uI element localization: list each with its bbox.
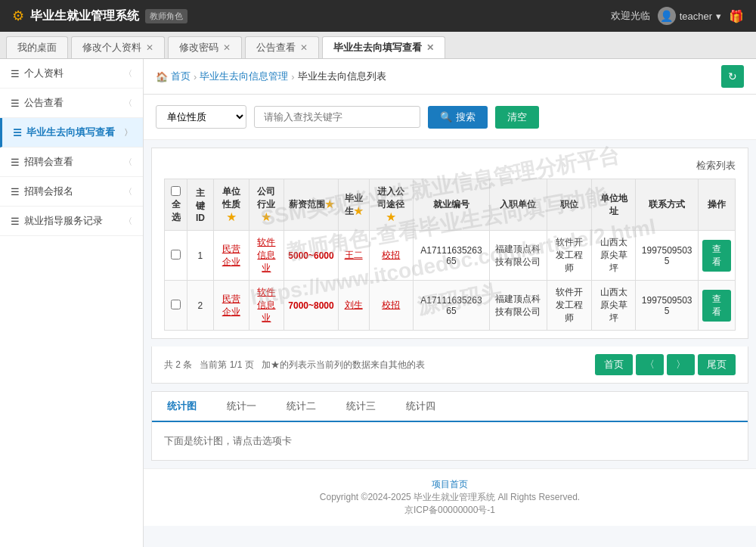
stats-tab-one[interactable]: 统计一 (212, 392, 271, 421)
col-header-salary: 薪资范围★ (284, 179, 338, 231)
user-info[interactable]: 👤 teacher ▾ (658, 7, 721, 25)
col-header-contact: 联系方式 (636, 179, 699, 231)
col-header-graduate: 毕业生★ (338, 179, 369, 231)
action-label: 检索列表 (696, 160, 736, 171)
col-header-channel: 进入公司途径★ (369, 179, 414, 231)
close-icon[interactable]: ✕ (223, 42, 231, 53)
sidebar-item-personal-info[interactable]: ☰ 个人资料 〈 (0, 59, 143, 89)
pagination-info: 共 2 条 当前第 1/1 页 加★的列表示当前列的数据来自其他的表 (164, 359, 425, 371)
row-industry: 软件信息业 (249, 231, 284, 281)
row-action: 查看 (699, 231, 736, 281)
tab-desktop-label: 我的桌面 (17, 41, 57, 54)
breadcrumb-home-link[interactable]: 首页 (171, 70, 191, 83)
close-icon[interactable]: ✕ (146, 42, 153, 53)
sidebar-item-job-fair-signup[interactable]: ☰ 招聘会报名 〈 (0, 177, 143, 207)
col-header-address: 单位地址 (591, 179, 636, 231)
search-button[interactable]: 🔍 搜索 (428, 106, 488, 129)
tabs-bar: 我的桌面 修改个人资料 ✕ 修改密码 ✕ 公告查看 ✕ 毕业生去向填写查看 ✕ (0, 32, 756, 59)
stats-tab-four[interactable]: 统计四 (391, 392, 451, 421)
col-header-industry: 公司行业★ (249, 179, 284, 231)
menu-icon: ☰ (11, 157, 20, 168)
row-checkbox[interactable] (171, 300, 181, 309)
tab-change-password[interactable]: 修改密码 ✕ (168, 36, 242, 58)
stats-tab-chart[interactable]: 统计图 (152, 392, 212, 422)
row-channel: 校招 (369, 231, 414, 281)
select-all-checkbox[interactable] (171, 186, 181, 196)
sidebar-label: 就业指导服务记录 (24, 214, 103, 228)
chevron-left-icon: 〈 (124, 186, 132, 197)
header-right: 欢迎光临 👤 teacher ▾ 🎁 (611, 7, 744, 25)
view-button[interactable]: 查看 (702, 240, 731, 272)
sidebar-item-left: ☰ 毕业生去向填写查看 (13, 126, 115, 139)
view-button[interactable]: 查看 (702, 290, 731, 322)
chevron-left-icon: 〈 (124, 157, 132, 168)
header: ⚙ 毕业生就业管理系统 教师角色 欢迎光临 👤 teacher ▾ 🎁 (0, 0, 756, 32)
prev-page-button[interactable]: 〈 (636, 354, 664, 375)
chevron-left-icon: 〈 (124, 216, 132, 227)
sidebar-item-graduation-fill[interactable]: ☰ 毕业生去向填写查看 〉 (0, 118, 143, 148)
stats-content: 下面是统计图，请点击选项卡 (152, 422, 748, 460)
first-page-button[interactable]: 首页 (595, 354, 633, 375)
col-header-action: 操作 (699, 179, 736, 231)
stats-hint: 下面是统计图，请点击选项卡 (164, 435, 292, 446)
menu-icon: ☰ (13, 127, 22, 138)
home-icon: 🏠 (156, 71, 168, 82)
tab-desktop[interactable]: 我的桌面 (6, 36, 68, 58)
footer-icp: 京ICP备00000000号-1 (153, 504, 747, 517)
tab-announcements[interactable]: 公告查看 ✕ (245, 36, 319, 58)
stats-tab-three[interactable]: 统计三 (331, 392, 391, 421)
sidebar-label: 招聘会查看 (24, 155, 73, 169)
current-page: 当前第 1/1 页 (200, 359, 253, 370)
breadcrumb: 🏠 首页 › 毕业生去向信息管理 › 毕业生去向信息列表 (156, 70, 386, 83)
breadcrumb-parent-link[interactable]: 毕业生去向信息管理 (200, 70, 288, 83)
sidebar-label: 招聘会报名 (24, 185, 73, 198)
close-icon[interactable]: ✕ (426, 42, 434, 53)
chevron-left-icon: 〈 (124, 98, 132, 109)
breadcrumb-sep: › (291, 71, 294, 82)
header-left: ⚙ 毕业生就业管理系统 教师角色 (12, 8, 187, 24)
row-unit-type: 民营企业 (213, 231, 249, 281)
bell-icon[interactable]: 🎁 (729, 9, 744, 23)
row-salary: 7000~8000 (284, 281, 338, 331)
next-page-button[interactable]: 〉 (667, 354, 695, 375)
col-header-company: 入职单位 (489, 179, 547, 231)
search-input[interactable] (254, 106, 420, 128)
col-header-id: 主键ID (187, 179, 214, 231)
username: teacher (680, 11, 712, 22)
welcome-text: 欢迎光临 (611, 9, 650, 23)
sidebar: ☰ 个人资料 〈 ☰ 公告查看 〈 ☰ 毕业生去向填写查看 〉 ☰ 招聘会查看 … (0, 59, 144, 547)
col-header-select: 全选 (165, 179, 187, 231)
footer-project-link[interactable]: 项目首页 (432, 479, 468, 490)
close-icon[interactable]: ✕ (300, 42, 308, 53)
unit-type-select[interactable]: 单位性质 国有企业 民营企业 外资企业 事业单位 政府机关 (156, 105, 246, 129)
sidebar-item-job-fair-view[interactable]: ☰ 招聘会查看 〈 (0, 148, 143, 177)
last-page-button[interactable]: 尾页 (698, 354, 736, 375)
breadcrumb-bar: 🏠 首页 › 毕业生去向信息管理 › 毕业生去向信息列表 ↻ (144, 59, 756, 95)
table-row: 1 民营企业 软件信息业 5000~6000 王二 校招 A1711163526… (165, 231, 736, 281)
row-action: 查看 (699, 281, 736, 331)
row-company: 福建顶点科技有限公司 (489, 281, 547, 331)
row-checkbox-cell (165, 231, 187, 281)
col-header-position: 职位 (547, 179, 592, 231)
row-industry: 软件信息业 (249, 281, 284, 331)
row-job-no: A17111635263 65 (414, 231, 490, 281)
row-address: 山西太原尖草坪 (591, 281, 636, 331)
row-job-no: A17111635263 65 (414, 281, 490, 331)
sidebar-item-employment-guidance[interactable]: ☰ 就业指导服务记录 〈 (0, 207, 143, 236)
gear-icon: ⚙ (12, 8, 24, 24)
tab-change-password-label: 修改密码 (179, 41, 218, 54)
breadcrumb-current: 毕业生去向信息列表 (298, 70, 386, 83)
pagination-buttons: 首页 〈 〉 尾页 (595, 354, 736, 375)
clear-button[interactable]: 清空 (495, 106, 539, 129)
stats-tab-two[interactable]: 统计二 (271, 392, 331, 421)
sidebar-item-announcements[interactable]: ☰ 公告查看 〈 (0, 89, 143, 118)
menu-icon: ☰ (11, 68, 20, 79)
row-graduate: 王二 (338, 231, 369, 281)
stats-tabs: 统计图 统计一 统计二 统计三 统计四 下面是统计图，请点击选项卡 (151, 391, 748, 461)
col-header-unit-type: 单位性质★ (213, 179, 249, 231)
tab-graduation-fill[interactable]: 毕业生去向填写查看 ✕ (322, 36, 445, 58)
tab-edit-profile[interactable]: 修改个人资料 ✕ (71, 36, 165, 58)
row-checkbox[interactable] (171, 250, 181, 260)
refresh-button[interactable]: ↻ (721, 65, 744, 88)
chevron-left-icon: 〈 (124, 68, 132, 79)
